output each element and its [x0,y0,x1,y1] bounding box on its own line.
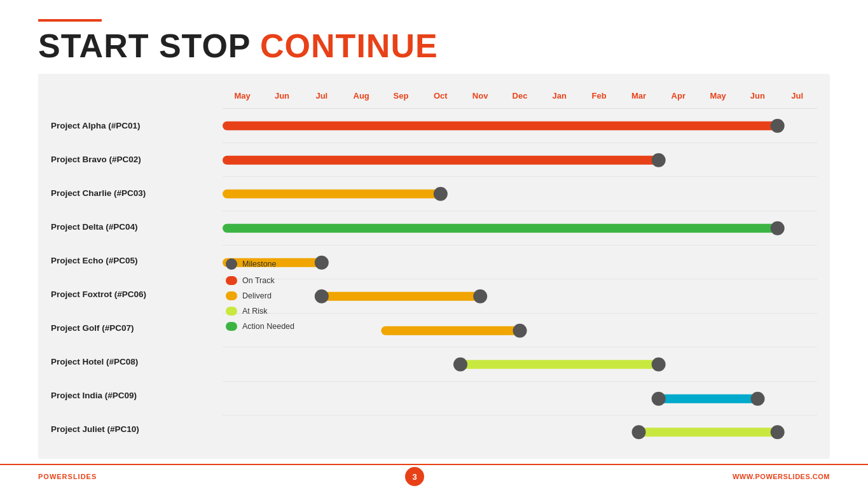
project-label-9: Project India (#PC09) [51,380,223,410]
header: START STOP CONTINUE [0,0,868,74]
svg-point-1 [771,119,785,133]
svg-point-3 [652,153,666,167]
footer: POWERSLIDES 3 WWW.POWERSLIDES.COM [0,464,868,488]
gantt-row-2 [223,143,817,178]
svg-rect-15 [460,360,659,369]
svg-rect-21 [639,428,778,437]
legend-atrisk: At Risk [226,307,294,316]
svg-rect-0 [223,122,778,130]
project-label-7: Project Golf (#PC07) [51,312,223,343]
month-may2: May [698,91,738,101]
svg-point-20 [751,392,765,406]
svg-point-22 [632,426,646,440]
svg-point-7 [771,221,785,235]
legend-ontrack: On Track [226,276,294,285]
title-orange: CONTINUE [260,27,438,64]
legend-ontrack-icon [226,276,237,285]
gantt-bar-svg-7 [223,314,817,348]
gantt-bar-svg-5 [223,246,817,280]
svg-rect-18 [659,394,758,403]
header-accent-line [38,19,102,22]
month-may1: May [223,91,262,101]
svg-point-5 [434,187,448,201]
gantt-bar-svg-1 [223,109,817,143]
legend-milestone: Milestone [226,258,294,270]
footer-brand-suffix: SLIDES [68,473,97,480]
legend: Milestone On Track Deliverd At Risk Acti… [226,258,294,331]
gantt-bar-svg-3 [223,177,817,211]
gantt-bar-svg-4 [223,211,817,246]
svg-point-12 [473,289,487,303]
gantt-bar-svg-9 [223,382,817,416]
legend-atrisk-label: At Risk [242,307,268,316]
month-jun1: Jun [262,91,301,101]
gantt-row-9 [223,382,817,416]
svg-rect-13 [381,326,520,335]
legend-delivered-icon [226,291,237,300]
month-nov: Nov [460,91,500,101]
svg-point-17 [652,358,666,372]
gantt-row-8 [223,347,817,382]
month-header-row: May Jun Jul Aug Sep Oct Nov Dec Jan Feb … [223,83,817,109]
month-sep: Sep [381,91,420,101]
page: START STOP CONTINUE Project Alpha (#PC01… [0,0,868,488]
footer-url: WWW.POWERSLIDES.COM [733,473,830,480]
project-label-1: Project Alpha (#PC01) [51,111,223,141]
labels-column: Project Alpha (#PC01) Project Bravo (#PC… [51,83,223,449]
svg-point-19 [652,392,666,406]
chart-container: Project Alpha (#PC01) Project Bravo (#PC… [38,74,830,459]
svg-rect-10 [322,292,480,301]
legend-actionneeded-label: Action Needed [242,322,294,331]
svg-point-9 [315,255,329,269]
legend-delivered-label: Deliverd [242,291,272,300]
legend-actionneeded-icon [226,322,237,331]
project-label-3: Project Charlie (#PC03) [51,178,223,209]
legend-milestone-label: Milestone [242,260,277,268]
project-label-5: Project Echo (#PC05) [51,246,223,276]
legend-delivered: Deliverd [226,291,294,300]
gantt-bar-svg-10 [223,415,817,449]
project-label-10: Project Juliet (#PC10) [51,414,223,444]
chart-inner: Project Alpha (#PC01) Project Bravo (#PC… [51,83,817,449]
month-feb: Feb [579,91,619,101]
title-black: START STOP [38,27,251,64]
month-jan: Jan [540,91,579,101]
svg-point-14 [513,323,527,337]
gantt-row-6 [223,279,817,314]
gantt-row-10 [223,415,817,449]
gantt-rows [223,109,817,449]
gantt-column: May Jun Jul Aug Sep Oct Nov Dec Jan Feb … [223,83,817,449]
svg-rect-4 [223,190,441,199]
project-label-8: Project Hotel (#PC08) [51,346,223,377]
project-label-4: Project Delta (#PC04) [51,212,223,242]
legend-atrisk-icon [226,307,237,316]
month-aug: Aug [341,91,381,101]
footer-page-number: 3 [405,467,424,486]
svg-rect-6 [223,224,778,233]
footer-brand: POWERSLIDES [38,473,97,480]
month-dec: Dec [500,91,539,101]
month-jun2: Jun [738,91,777,101]
legend-milestone-icon [226,258,237,270]
legend-ontrack-label: On Track [242,276,275,285]
month-apr: Apr [659,91,698,101]
svg-point-16 [453,358,467,372]
gantt-bar-svg-6 [223,279,817,314]
svg-rect-2 [223,156,659,165]
svg-point-11 [315,289,329,303]
project-label-2: Project Bravo (#PC02) [51,144,223,175]
month-jul1: Jul [302,91,341,101]
project-label-6: Project Foxtrot (#PC06) [51,279,223,310]
month-oct: Oct [421,91,460,101]
month-jul2: Jul [778,91,817,101]
month-mar: Mar [619,91,658,101]
gantt-bar-svg-2 [223,143,817,178]
svg-point-23 [771,426,785,440]
legend-actionneeded: Action Needed [226,322,294,331]
gantt-row-7 [223,314,817,348]
gantt-row-3 [223,177,817,211]
footer-brand-prefix: POWER [38,473,68,480]
gantt-row-4 [223,211,817,246]
page-title: START STOP CONTINUE [38,28,830,64]
gantt-row-5 [223,246,817,280]
